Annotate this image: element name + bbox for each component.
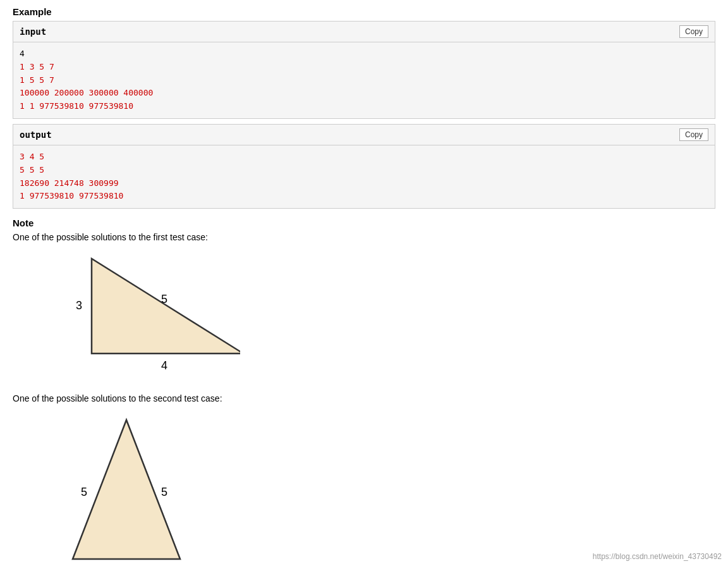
input-header: input Copy	[13, 22, 715, 42]
note-text-1: One of the possible solutions to the fir…	[13, 232, 715, 242]
output-copy-button[interactable]: Copy	[679, 128, 708, 141]
triangle-2-container: 5 5	[38, 414, 715, 566]
triangle-1-side-bottom: 4	[161, 359, 167, 372]
triangle-1-svg: 3 5 4	[38, 252, 240, 379]
input-line-3: 1 5 5 7	[20, 74, 708, 87]
input-line-2: 1 3 5 7	[20, 61, 708, 74]
note-text-2: One of the possible solutions to the sec…	[13, 393, 715, 403]
output-line-2: 5 5 5	[20, 164, 708, 177]
output-block: output Copy 3 4 5 5 5 5 182690 214748 30…	[13, 124, 715, 209]
triangle-2-side-right: 5	[161, 486, 167, 498]
input-label: input	[20, 27, 46, 37]
triangle-1-container: 3 5 4	[38, 252, 715, 381]
output-line-3: 182690 214748 300999	[20, 177, 708, 190]
input-content: 4 1 3 5 7 1 5 5 7 100000 200000 300000 4…	[13, 42, 715, 118]
output-line-4: 1 977539810 977539810	[20, 190, 708, 203]
note-title: Note	[13, 218, 715, 228]
triangle-2-side-left: 5	[81, 486, 87, 498]
example-title: Example	[13, 6, 715, 17]
input-line-4: 100000 200000 300000 400000	[20, 87, 708, 100]
input-line-1: 4	[20, 47, 708, 61]
input-block: input Copy 4 1 3 5 7 1 5 5 7 100000 2000…	[13, 21, 715, 119]
output-line-1: 3 4 5	[20, 151, 708, 164]
output-header: output Copy	[13, 125, 715, 145]
svg-marker-0	[92, 259, 240, 354]
input-line-5: 1 1 977539810 977539810	[20, 100, 708, 113]
input-copy-button[interactable]: Copy	[679, 25, 708, 38]
triangle-1-side-left: 3	[76, 299, 82, 312]
output-content: 3 4 5 5 5 5 182690 214748 300999 1 97753…	[13, 145, 715, 208]
watermark: https://blog.csdn.net/weixin_43730492	[593, 552, 722, 561]
triangle-1-side-hyp: 5	[161, 293, 167, 305]
triangle-2-svg: 5 5	[38, 414, 215, 566]
output-label: output	[20, 130, 52, 140]
